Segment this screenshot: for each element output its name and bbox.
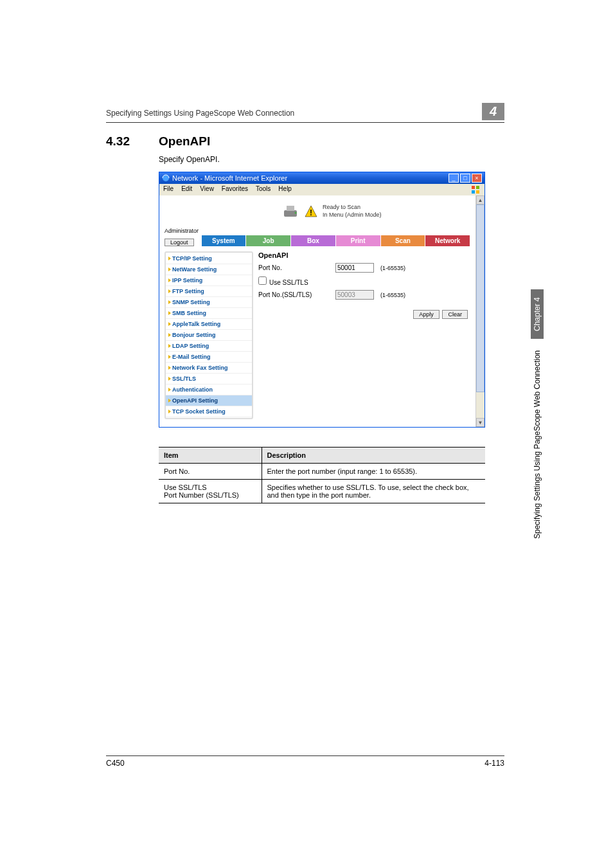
tab-print[interactable]: Print <box>336 235 381 246</box>
ssl-label: Use SSL/TLS <box>269 279 308 286</box>
svg-text:!: ! <box>310 208 312 217</box>
triangle-icon <box>168 278 171 282</box>
side-tab: Specifying Settings Using PageScope Web … <box>531 289 544 539</box>
sidebar-item-email[interactable]: E-Mail Setting <box>166 352 252 363</box>
triangle-icon <box>168 311 171 315</box>
triangle-icon <box>168 399 171 402</box>
section-title: OpenAPI <box>159 134 210 149</box>
triangle-icon <box>168 377 171 381</box>
sidebar-item-netware[interactable]: NetWare Setting <box>166 264 252 275</box>
breadcrumb: Specifying Settings Using PageScope Web … <box>106 109 477 118</box>
sidebar-item-netfax[interactable]: Network Fax Setting <box>166 363 252 374</box>
ie-logo-icon <box>470 185 481 194</box>
scroll-thumb[interactable] <box>476 204 484 392</box>
triangle-icon <box>168 344 171 348</box>
apply-button[interactable]: Apply <box>413 310 440 319</box>
menu-help[interactable]: Help <box>278 185 292 194</box>
svg-point-7 <box>295 212 297 214</box>
sidebar-item-smb[interactable]: SMB Setting <box>166 308 252 319</box>
ie-icon <box>162 174 170 182</box>
sidebar-item-ftp[interactable]: FTP Setting <box>166 286 252 297</box>
section-number: 4.32 <box>106 134 159 149</box>
logout-button[interactable]: Logout <box>164 239 194 246</box>
svg-rect-4 <box>476 190 479 194</box>
sidebar-item-appletalk[interactable]: AppleTalk Setting <box>166 319 252 330</box>
chapter-badge: 4 <box>482 103 504 120</box>
minimize-button[interactable]: _ <box>449 174 459 183</box>
sslport-input <box>335 290 374 300</box>
status-mode: In Menu (Admin Mode) <box>323 212 382 219</box>
th-item: Item <box>159 448 262 464</box>
sslport-range: (1-65535) <box>380 292 405 298</box>
triangle-icon <box>168 257 171 260</box>
sidebar-nav: TCP/IP Setting NetWare Setting IPP Setti… <box>164 251 253 419</box>
scroll-down-arrow[interactable]: ▼ <box>476 418 484 427</box>
scroll-track[interactable] <box>476 204 484 418</box>
section-heading: 4.32 OpenAPI <box>106 134 504 149</box>
sidebar-item-ldap[interactable]: LDAP Setting <box>166 341 252 352</box>
svg-rect-2 <box>476 186 479 189</box>
close-button[interactable]: × <box>472 174 482 183</box>
triangle-icon <box>168 355 171 359</box>
svg-rect-1 <box>472 186 475 189</box>
section-intro: Specify OpenAPI. <box>159 155 504 164</box>
triangle-icon <box>168 289 171 293</box>
sslport-label: Port No.(SSL/TLS) <box>258 291 329 298</box>
table-row: Use SSL/TLS Port Number (SSL/TLS) Specif… <box>159 480 485 503</box>
port-input[interactable] <box>335 263 374 273</box>
ssl-checkbox[interactable] <box>258 276 267 285</box>
admin-label: Administrator <box>164 228 217 234</box>
sidebar-item-bonjour[interactable]: Bonjour Setting <box>166 330 252 341</box>
triangle-icon <box>168 410 171 413</box>
footer-right: 4-113 <box>484 759 504 768</box>
cell-desc: Specifies whether to use SSL/TLS. To use… <box>262 480 485 503</box>
triangle-icon <box>168 388 171 392</box>
menu-edit[interactable]: Edit <box>181 185 192 194</box>
tab-system[interactable]: System <box>202 235 247 246</box>
warning-icon: ! <box>305 205 317 218</box>
table-row: Port No. Enter the port number (input ra… <box>159 464 485 480</box>
menu-file[interactable]: File <box>163 185 173 194</box>
sidebar-item-ssltls[interactable]: SSL/TLS <box>166 374 252 384</box>
maximize-button[interactable]: □ <box>460 174 470 183</box>
cell-item: Port No. <box>159 464 262 480</box>
menu-view[interactable]: View <box>200 185 214 194</box>
cell-desc: Enter the port number (input range: 1 to… <box>262 464 485 480</box>
svg-rect-6 <box>287 206 294 211</box>
port-range: (1-65535) <box>380 265 405 271</box>
content-pane: OpenAPI Port No. (1-65535) Use SSL/TLS <box>258 251 470 419</box>
window-titlebar: Network - Microsoft Internet Explorer _ … <box>159 172 484 184</box>
sidebar-item-snmp[interactable]: SNMP Setting <box>166 297 252 308</box>
tab-scan[interactable]: Scan <box>381 235 426 246</box>
sidebar-item-openapi[interactable]: OpenAPI Setting <box>166 395 252 406</box>
menu-tools[interactable]: Tools <box>256 185 271 194</box>
sidebar-item-tcpip[interactable]: TCP/IP Setting <box>166 253 252 264</box>
status-ready: Ready to Scan <box>323 204 382 212</box>
triangle-icon <box>168 333 171 337</box>
sidebar-item-tcpsocket[interactable]: TCP Socket Setting <box>166 406 252 417</box>
clear-button[interactable]: Clear <box>442 310 468 319</box>
sidebar-item-ipp[interactable]: IPP Setting <box>166 275 252 286</box>
port-label: Port No. <box>258 264 329 271</box>
page-body: ! Ready to Scan In Menu (Admin Mode) Adm… <box>159 195 475 427</box>
scroll-up-arrow[interactable]: ▲ <box>476 195 484 204</box>
printer-icon <box>281 204 299 219</box>
sidebar-item-auth[interactable]: Authentication <box>166 384 252 395</box>
side-tab-chapter: Chapter 4 <box>531 289 544 339</box>
cell-item: Use SSL/TLS Port Number (SSL/TLS) <box>159 480 262 503</box>
tab-network[interactable]: Network <box>425 235 470 246</box>
content-title: OpenAPI <box>258 251 470 259</box>
page-header: Specifying Settings Using PageScope Web … <box>106 103 504 123</box>
vertical-scrollbar[interactable]: ▲ ▼ <box>475 195 484 427</box>
window-title: Network - Microsoft Internet Explorer <box>172 174 449 182</box>
menu-favorites[interactable]: Favorites <box>222 185 248 194</box>
triangle-icon <box>168 267 171 271</box>
tab-job[interactable]: Job <box>246 235 291 246</box>
tab-box[interactable]: Box <box>291 235 336 246</box>
th-description: Description <box>262 448 485 464</box>
triangle-icon <box>168 300 171 304</box>
browser-menubar: File Edit View Favorites Tools Help <box>159 184 484 195</box>
side-tab-title: Specifying Settings Using PageScope Web … <box>533 350 542 539</box>
page-footer: C450 4-113 <box>106 755 504 768</box>
footer-left: C450 <box>106 759 125 768</box>
